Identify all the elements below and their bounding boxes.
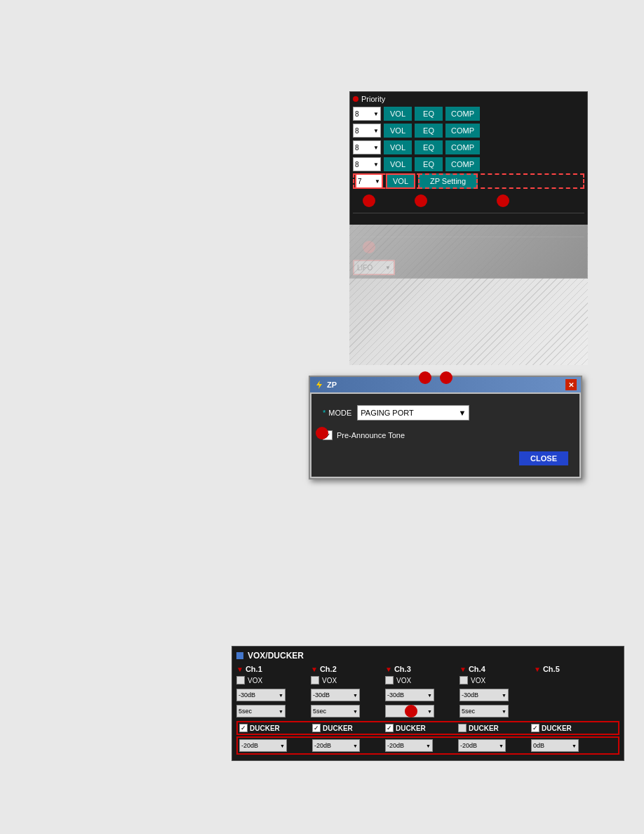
ch3-sec-select: ▼ [385,705,459,719]
chevron-down-icon: ▼ [280,743,285,748]
ch5-ducker-db: 0dB ▼ [531,739,604,752]
priority-select-1[interactable]: 8 ▼ [353,107,381,121]
annotation-circle-1 [363,194,375,207]
annotation-circle-5 [419,371,431,384]
ch4-db-select: -30dB ▼ [459,689,534,703]
chevron-down-icon: ▼ [373,145,379,151]
eq-btn-2[interactable]: EQ [415,124,443,138]
ch3-ducker-db: -20dB ▼ [385,739,458,752]
ch2-ducker-checkbox[interactable]: ✓ [312,724,321,732]
zp-title-area: ZP [314,380,337,390]
ch5-sec-empty [534,705,608,719]
ch3-ducker-dropdown[interactable]: -20dB ▼ [385,739,433,752]
ch3-header: ▼ Ch.3 [385,665,459,673]
priority-row-4: 8 ▼ VOL EQ COMP [353,157,584,172]
chevron-down-icon: ▼ [373,111,379,117]
comp-btn-4[interactable]: COMP [445,157,480,171]
ch3-vox-checkbox[interactable] [385,676,394,684]
ch4-ducker-dropdown[interactable]: -20dB ▼ [458,739,506,752]
priority-select-3[interactable]: 8 ▼ [353,140,381,154]
diagonal-lines [349,225,588,365]
vol-btn-1[interactable]: VOL [384,107,412,121]
eq-btn-4[interactable]: EQ [415,157,443,171]
ch2-ducker-dropdown[interactable]: -20dB ▼ [312,739,360,752]
priority-select-4[interactable]: 8 ▼ [353,157,381,171]
zp-pre-announce-row: ✓ Pre-Announce Tone [323,430,568,440]
chevron-down-icon: ▼ [499,743,504,748]
eq-btn-3[interactable]: EQ [415,140,443,154]
ch1-vox-row: VOX [236,676,311,687]
vox-ducker-panel: VOX/DUCKER ▼ Ch.1 ▼ Ch.2 ▼ Ch.3 ▼ Ch.4 [232,646,624,761]
ch3-db-dropdown[interactable]: -30dB ▼ [385,689,434,701]
annotation-circle-7 [316,427,328,439]
chevron-down-icon: ▼ [458,409,466,417]
blue-square-icon [236,652,243,659]
vol-btn-4[interactable]: VOL [384,157,412,171]
annotation-circle-6 [440,371,452,384]
ch5-arrow-icon: ▼ [534,666,541,673]
ch4-ducker-checkbox[interactable] [458,724,467,732]
chevron-down-icon: ▼ [502,693,507,698]
ch2-db-dropdown[interactable]: -30dB ▼ [311,689,360,701]
ch4-vox-checkbox[interactable] [459,676,468,684]
chevron-down-icon: ▼ [279,693,283,698]
zp-setting-button[interactable]: ZP Setting [418,173,478,189]
chevron-down-icon: ▼ [427,709,432,714]
comp-btn-2[interactable]: COMP [445,124,480,138]
ch1-sec-select: 5sec ▼ [236,705,311,719]
vox-ducker-title: VOX/DUCKER [236,651,619,661]
ch4-db-dropdown[interactable]: -30dB ▼ [459,689,509,701]
vol-btn-5[interactable]: VOL [386,173,415,189]
ch3-ducker-checkbox[interactable]: ✓ [385,724,394,732]
ch5-ducker-dropdown[interactable]: 0dB ▼ [531,739,579,752]
ch1-ducker-row: ✓ DUCKER [239,724,312,732]
ch1-ducker-checkbox[interactable]: ✓ [239,724,248,732]
zp-mode-select[interactable]: PAGING PORT ▼ [357,405,469,421]
annotation-circle-8 [405,705,417,717]
ch5-ducker-row: ✓ DUCKER [531,724,604,732]
ch1-db-dropdown[interactable]: -30dB ▼ [236,689,286,701]
chevron-down-icon: ▼ [427,693,432,698]
zp-close-btn[interactable]: CLOSE [519,451,568,465]
eq-btn-1[interactable]: EQ [415,107,443,121]
comp-btn-3[interactable]: COMP [445,140,480,154]
ch1-ducker-db: -20dB ▼ [239,739,312,752]
ch5-ducker-checkbox[interactable]: ✓ [531,724,539,732]
zp-close-button[interactable]: ✕ [565,379,577,390]
ch1-vox-checkbox[interactable] [236,676,245,684]
chevron-down-icon: ▼ [353,709,358,714]
chevron-down-icon: ▼ [572,743,577,748]
chevron-down-icon: ▼ [353,743,358,748]
chevron-down-icon: ▼ [279,709,283,714]
ch2-vox-row: VOX [311,676,385,687]
ch2-arrow-icon: ▼ [311,666,318,673]
priority-select-5[interactable]: 7 ▼ [355,173,383,189]
vol-btn-3[interactable]: VOL [384,140,412,154]
ch1-db-select: -30dB ▼ [236,689,311,703]
priority-row-3: 8 ▼ VOL EQ COMP [353,140,584,155]
priority-indicator [353,96,358,102]
chevron-down-icon: ▼ [353,693,358,698]
priority-select-2[interactable]: 8 ▼ [353,124,381,138]
ch1-ducker-dropdown[interactable]: -20dB ▼ [239,739,287,752]
ch2-sec-dropdown[interactable]: 5sec ▼ [311,705,360,717]
ch1-sec-dropdown[interactable]: 5sec ▼ [236,705,286,717]
ch3-arrow-icon: ▼ [385,666,392,673]
pre-announce-label: Pre-Announce Tone [337,431,405,439]
ch2-ducker-row: ✓ DUCKER [312,724,385,732]
ch4-sec-select: 5sec ▼ [459,705,534,719]
ch1-header: ▼ Ch.1 [236,665,311,673]
chevron-down-icon: ▼ [373,161,379,168]
chevron-down-icon: ▼ [373,128,379,134]
annotation-circle-2 [415,194,427,207]
ch4-sec-dropdown[interactable]: 5sec ▼ [459,705,509,717]
ch2-ducker-db: -20dB ▼ [312,739,385,752]
ch3-vox-row: VOX [385,676,459,687]
zp-dialog: ZP ✕ * MODE PAGING PORT ▼ ✓ Pre-Announce… [309,376,582,479]
chevron-down-icon: ▼ [426,743,431,748]
comp-btn-1[interactable]: COMP [445,107,480,121]
vol-btn-2[interactable]: VOL [384,124,412,138]
priority-title: Priority [353,95,584,103]
zp-title-text: ZP [327,380,337,389]
ch2-vox-checkbox[interactable] [311,676,319,684]
